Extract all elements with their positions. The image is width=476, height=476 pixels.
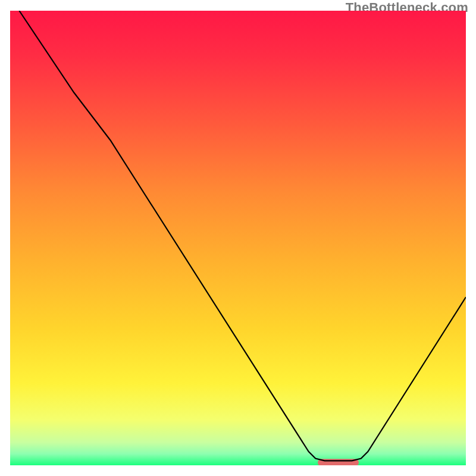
chart-canvas: TheBottleneck.com: [0, 0, 476, 476]
highlight-segment: [318, 459, 359, 465]
plot-area: [10, 11, 466, 465]
marker-group: [318, 459, 359, 465]
gradient-background: [10, 11, 466, 465]
